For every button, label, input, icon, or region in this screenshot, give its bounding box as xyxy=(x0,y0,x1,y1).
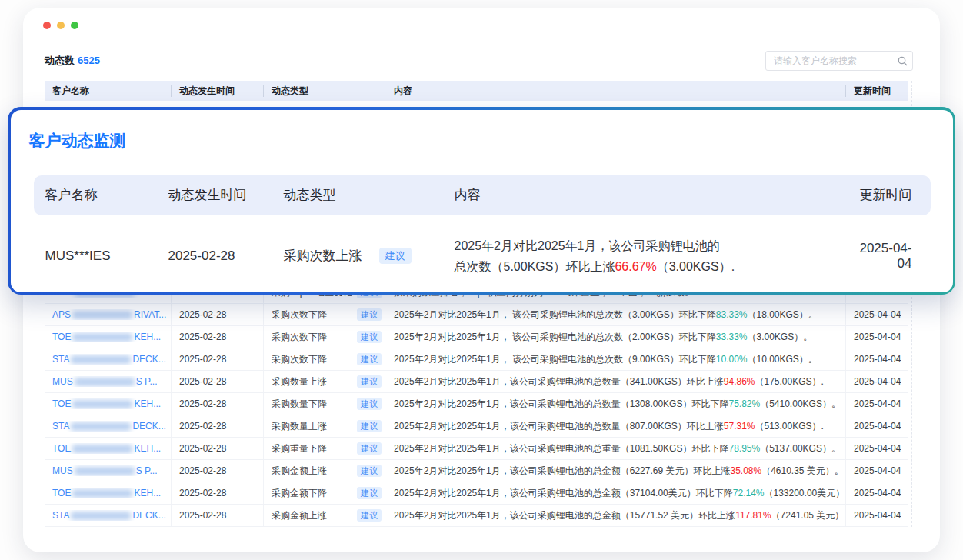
customer-name-link[interactable]: STADECK... xyxy=(52,510,166,521)
name-suffix: DECK... xyxy=(132,510,165,521)
content-text: 2025年2月对比2025年1月，该公司采购锂电池的总数量（1308.00KGS… xyxy=(394,398,728,411)
percent-value: 94.86% xyxy=(724,376,755,387)
percent-value: 75.82% xyxy=(728,398,760,409)
event-type: 采购金额上涨 xyxy=(272,509,327,522)
customer-name-cell: TOEKEH... xyxy=(45,393,172,415)
suggestion-badge[interactable]: 建议 xyxy=(357,465,382,477)
dynamics-count-value: 6525 xyxy=(78,55,100,66)
customer-name-link[interactable]: MUSS P... xyxy=(52,465,157,476)
popup-header-row: 客户名称动态发生时间动态类型内容更新时间 xyxy=(34,175,931,215)
percent-value: 57.31% xyxy=(724,421,755,432)
content-text: （513.00KGS）. xyxy=(755,420,824,433)
table-row: STADECK...2025-02-28采购次数下降建议2025年2月对比202… xyxy=(45,348,908,371)
popup-column-header-0: 客户名称 xyxy=(45,186,168,204)
suggestion-badge[interactable]: 建议 xyxy=(357,353,382,365)
event-content: 2025年2月对比2025年1月，该公司采购锂电池的总重量（1081.50KGS… xyxy=(388,438,846,459)
column-header-3: 内容 xyxy=(388,85,846,97)
suggestion-badge[interactable]: 建议 xyxy=(357,375,382,388)
name-redacted-blur xyxy=(75,467,135,475)
table-row: STADECK...2025-02-28采购金额上涨建议2025年2月对比202… xyxy=(45,505,908,527)
event-content: 2025年2月对比2025年1月，该公司采购锂电池的总数量（341.00KGS）… xyxy=(388,371,846,392)
popup-column-header-3: 内容 xyxy=(455,186,855,204)
name-redacted-blur xyxy=(71,512,131,520)
name-suffix: KEH... xyxy=(134,443,161,454)
event-type: 采购数量上涨 xyxy=(272,420,327,433)
content-text: 2025年2月对比2025年1月， 该公司采购锂电池的总次数（3.00KGS）环… xyxy=(394,308,716,322)
table-body: MUSS P...2025-02-28采购Top10地区变化建议按采购数量排名，… xyxy=(45,282,908,527)
customer-name-link[interactable]: STADECK... xyxy=(52,421,166,432)
suggestion-badge[interactable]: 建议 xyxy=(357,331,382,343)
suggestion-badge[interactable]: 建议 xyxy=(379,248,412,264)
event-date: 2025-02-28 xyxy=(172,348,264,370)
event-type: 采购次数下降 xyxy=(272,331,327,344)
customer-name-link[interactable]: TOEKEH... xyxy=(52,398,161,409)
name-prefix: STA xyxy=(52,354,69,365)
update-date: 2025-04-04 xyxy=(846,304,908,325)
event-type-cell: 采购数量上涨建议 xyxy=(264,371,388,392)
event-type-cell: 采购金额上涨建议 xyxy=(264,505,388,526)
event-date: 2025-02-28 xyxy=(172,482,264,504)
search-input[interactable] xyxy=(766,55,898,66)
name-prefix: STA xyxy=(52,510,69,521)
content-text: 2025年2月对比2025年1月，该公司采购锂电池的总金额（37104.00美元… xyxy=(394,487,733,500)
table-row: TOEKEH...2025-02-28采购重量下降建议2025年2月对比2025… xyxy=(45,438,908,460)
event-content: 2025年2月对比2025年1月，该公司采购锂电池的总数量（807.00KGS）… xyxy=(388,415,846,437)
customer-name-link[interactable]: MUSS P... xyxy=(52,376,157,387)
customer-name-cell: TOEKEH... xyxy=(45,326,172,348)
customer-name-cell: TOEKEH... xyxy=(45,482,172,504)
content-text: 2025年2月对比2025年1月，该公司采购锂电池的总重量（1081.50KGS… xyxy=(394,442,728,455)
event-type-cell: 采购金额下降建议 xyxy=(264,482,388,504)
minimize-window-button[interactable] xyxy=(57,22,65,29)
table-row: TOEKEH...2025-02-28采购金额下降建议2025年2月对比2025… xyxy=(45,482,908,505)
event-date: 2025-02-28 xyxy=(172,505,264,526)
dynamics-count: 动态数6525 xyxy=(45,54,100,68)
update-date: 2025-04-04 xyxy=(846,371,908,392)
popup-column-header-1: 动态发生时间 xyxy=(168,186,284,204)
zoom-window-button[interactable] xyxy=(71,22,78,29)
name-redacted-blur xyxy=(71,422,131,431)
event-type-cell: 采购重量下降建议 xyxy=(264,438,388,459)
name-suffix: RIVAT... xyxy=(134,309,166,320)
column-header-0: 客户名称 xyxy=(45,85,172,97)
customer-name-cell: STADECK... xyxy=(45,415,172,437)
table-row: MUSS P...2025-02-28采购数量上涨建议2025年2月对比2025… xyxy=(45,371,908,393)
suggestion-badge[interactable]: 建议 xyxy=(357,442,382,455)
customer-name-link[interactable]: TOEKEH... xyxy=(52,488,161,498)
suggestion-badge[interactable]: 建议 xyxy=(357,420,382,432)
table-header-row: 客户名称动态发生时间动态类型内容更新时间 xyxy=(45,81,908,101)
event-type: 采购数量上涨 xyxy=(272,375,327,388)
name-suffix: KEH... xyxy=(134,488,161,498)
event-content: 2025年2月对比2025年1月，该公司采购锂电池的总金额（6227.69 美元… xyxy=(388,460,846,482)
event-type-cell: 采购次数下降建议 xyxy=(264,348,388,370)
popup-title: 客户动态监测 xyxy=(29,130,126,152)
search-icon[interactable] xyxy=(898,56,908,66)
customer-name-link[interactable]: APSRIVAT... xyxy=(52,309,166,320)
close-window-button[interactable] xyxy=(43,22,51,29)
event-content: 2025年2月对比2025年1月，该公司采购锂电池的总金额（15771.52 美… xyxy=(388,505,846,526)
suggestion-badge[interactable]: 建议 xyxy=(357,308,382,321)
name-prefix: MUS xyxy=(52,376,73,387)
content-text: （3.00KGS）。 xyxy=(747,331,812,344)
name-prefix: TOE xyxy=(52,398,71,409)
customer-name-link[interactable]: TOEKEH... xyxy=(52,443,161,454)
content-text: 2025年2月对比2025年1月， 该公司采购锂电池的总次数（9.00KGS）环… xyxy=(394,353,716,366)
column-header-1: 动态发生时间 xyxy=(172,85,264,97)
customer-name-cell: MUSS P... xyxy=(45,371,172,392)
customer-search[interactable] xyxy=(765,51,913,71)
customer-name-link[interactable]: MUS***IES xyxy=(45,248,168,264)
content-text: （3.00KGS）. xyxy=(657,260,735,273)
event-content: 2025年2月对比2025年1月， 该公司采购锂电池的总次数（2.00KGS）环… xyxy=(388,326,846,348)
name-suffix: S P... xyxy=(136,465,158,476)
event-content: 2025年2月对比2025年1月，该公司采购锂电池的总数量（1308.00KGS… xyxy=(388,393,846,415)
customer-name-link[interactable]: STADECK... xyxy=(52,354,166,365)
event-date: 2025-02-28 xyxy=(168,248,284,264)
suggestion-badge[interactable]: 建议 xyxy=(357,398,382,410)
name-redacted-blur xyxy=(72,333,132,342)
name-prefix: TOE xyxy=(52,332,71,342)
popup-column-header-4: 更新时间 xyxy=(855,186,912,204)
popup-table-row: MUS***IES 2025-02-28 采购次数上涨 建议 2025年2月对比… xyxy=(34,225,931,287)
event-content: 2025年2月对比2025年1月， 该公司采购锂电池的总次数（3.00KGS）环… xyxy=(388,304,846,325)
customer-name-link[interactable]: TOEKEH... xyxy=(52,332,161,342)
suggestion-badge[interactable]: 建议 xyxy=(357,487,382,499)
suggestion-badge[interactable]: 建议 xyxy=(357,509,382,522)
